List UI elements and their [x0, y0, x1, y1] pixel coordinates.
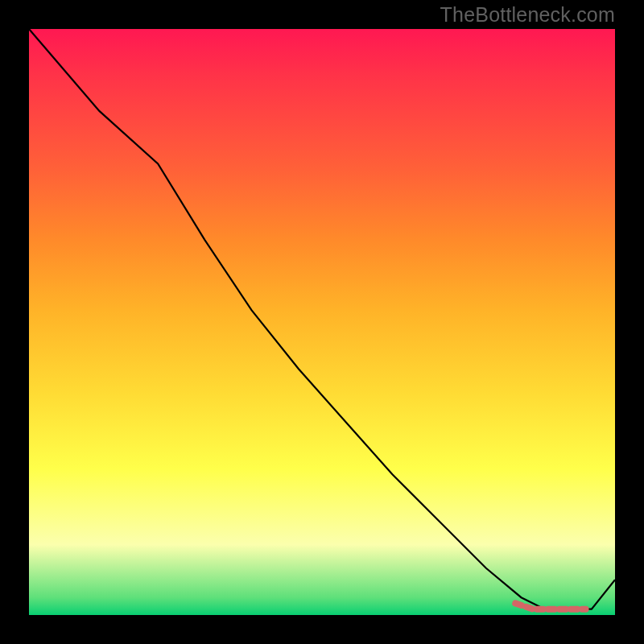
watermark-text: TheBottleneck.com: [440, 3, 615, 27]
main-curve: [29, 29, 615, 609]
chart-stage: TheBottleneck.com: [0, 0, 644, 644]
marker-segment: [515, 603, 585, 609]
chart-svg: [29, 29, 615, 615]
